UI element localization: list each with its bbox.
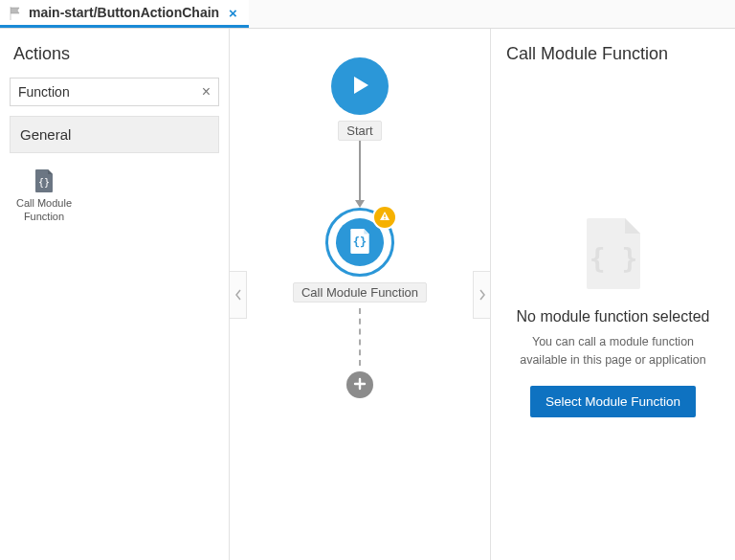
select-module-function-button[interactable]: Select Module Function xyxy=(530,386,696,417)
svg-text:{}: {} xyxy=(38,177,50,188)
svg-rect-4 xyxy=(384,218,385,219)
actions-title: Actions xyxy=(0,29,229,74)
palette-item-label: Call Module Function xyxy=(11,197,77,224)
workspace: Actions × General {} Call Module Functio… xyxy=(0,29,735,560)
properties-body: { } No module function selected You can … xyxy=(491,74,735,560)
clear-icon[interactable]: × xyxy=(194,83,218,101)
empty-state-description: You can call a module function available… xyxy=(508,333,718,368)
connector-dashed xyxy=(359,308,361,366)
properties-panel: Call Module Function { } No module funct… xyxy=(491,29,735,560)
empty-state-title: No module function selected xyxy=(517,308,710,325)
play-icon xyxy=(347,73,372,101)
flag-icon xyxy=(10,7,21,18)
arrow-down-icon xyxy=(355,200,365,208)
call-module-node[interactable]: {} xyxy=(325,208,394,277)
svg-text:{}: {} xyxy=(353,235,367,249)
svg-text:{ }: { } xyxy=(589,243,637,275)
connector-solid xyxy=(359,141,361,208)
start-node[interactable] xyxy=(331,57,389,115)
tab-label: main-start/ButtonActionChain xyxy=(29,5,219,20)
plus-icon xyxy=(353,377,367,393)
add-node-button[interactable] xyxy=(346,371,373,398)
start-label: Start xyxy=(338,121,381,141)
module-file-icon: {} xyxy=(348,228,371,258)
file-placeholder-icon: { } xyxy=(583,216,644,291)
properties-title: Call Module Function xyxy=(491,29,735,74)
search-wrapper: × xyxy=(10,78,219,106)
warning-badge xyxy=(374,207,395,228)
actions-panel: Actions × General {} Call Module Functio… xyxy=(0,29,230,560)
module-node-label: Call Module Function xyxy=(293,282,427,302)
tab-bar: main-start/ButtonActionChain × xyxy=(0,0,735,29)
svg-marker-1 xyxy=(354,77,368,94)
svg-rect-3 xyxy=(384,214,385,217)
group-general[interactable]: General xyxy=(10,116,219,153)
canvas[interactable]: Start {} xyxy=(230,29,491,560)
canvas-inner: Start {} xyxy=(230,29,490,560)
search-input[interactable] xyxy=(11,84,194,100)
warning-icon xyxy=(379,210,390,225)
tab-active[interactable]: main-start/ButtonActionChain × xyxy=(0,0,249,28)
palette-item-call-module-function[interactable]: {} Call Module Function xyxy=(10,163,78,230)
close-icon[interactable]: × xyxy=(227,5,239,21)
palette: {} Call Module Function xyxy=(10,163,219,230)
module-function-icon: {} xyxy=(33,168,55,193)
